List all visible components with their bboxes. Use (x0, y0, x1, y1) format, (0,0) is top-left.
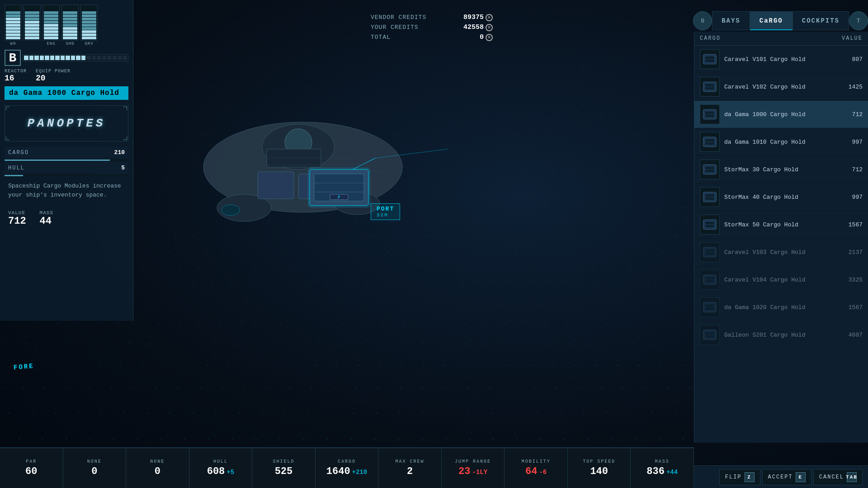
item-row[interactable]: da Gama 1000 Cargo Hold712 (694, 101, 868, 128)
cancel-key: TAB (847, 472, 857, 482)
vendor-credits-label: VENDOR CREDITS (371, 14, 426, 21)
tab-zero-btn[interactable]: 0 (693, 11, 712, 30)
flip-button[interactable]: FLIP Z (719, 469, 760, 485)
stat-delta-3: +5 (226, 469, 234, 476)
hull-stat-value: 5 (121, 164, 125, 171)
item-name-6: StorMax 50 Cargo Hold (724, 221, 840, 228)
bottom-stats-bar: PAR60NONE0NONE0HULL608+5SHIELD525CARGO16… (0, 447, 694, 488)
power-bar-track (23, 54, 128, 61)
power-bar-container: B (5, 50, 128, 66)
item-row[interactable]: da Gama 1010 Cargo Hold997 (694, 128, 868, 156)
cargo-stat-row: CARGO 210 (5, 147, 128, 158)
bar-eng-visual (42, 5, 60, 41)
stat-value-10: 836 (646, 466, 665, 477)
item-row[interactable]: StorMax 40 Cargo Hold997 (694, 183, 868, 211)
item-value-1: 1425 (840, 84, 863, 90)
item-name-1: Caravel V102 Cargo Hold (724, 84, 840, 90)
stat-bar-2 (24, 5, 41, 46)
power-grade: B (5, 50, 21, 66)
stat-label-1: NONE (87, 459, 102, 464)
stat-bar-eng: ENG (42, 5, 60, 46)
cargo-stat-label: CARGO (8, 150, 29, 156)
stat-delta-8: -6 (539, 469, 547, 476)
stat-value-4: 525 (275, 466, 293, 477)
bar-label-eng: ENG (47, 42, 55, 46)
ship-name: PANOPTES (28, 117, 106, 130)
item-value-3: 997 (840, 139, 863, 145)
item-icon-4 (700, 160, 720, 179)
svg-rect-5 (258, 172, 294, 199)
item-name-5: StorMax 40 Cargo Hold (724, 194, 840, 201)
tabs-row: 0 BAYS CaRGO COCKPITS T (693, 11, 868, 30)
stat-value-8: 64 (525, 466, 537, 477)
item-row[interactable]: Caravel V103 Cargo Hold2137 (694, 239, 868, 266)
item-list-panel[interactable]: CARGO VALUE Caravel V101 Cargo Hold807 C… (694, 32, 868, 443)
item-row[interactable]: Galleon S201 Cargo Hold4607 (694, 321, 868, 349)
stat-value-1: 0 (91, 466, 97, 477)
item-row[interactable]: da Gama 1020 Cargo Hold1567 (694, 294, 868, 321)
item-value-7: 2137 (840, 249, 863, 256)
tab-cockpits[interactable]: COCKPITS (793, 11, 849, 30)
bar-grv-visual (80, 5, 98, 41)
tab-cargo[interactable]: CaRGO (750, 11, 793, 30)
bottom-stat-max-crew: MAX CREW2 (378, 448, 442, 488)
bottom-stat-jump-range: JUMP RANGE23-1LY (442, 448, 505, 488)
stat-label-2: NONE (150, 459, 165, 464)
credit-icon-your: ⊙ (486, 24, 493, 31)
stat-value-0: 60 (25, 466, 37, 477)
your-credits-value: 42558 ⊙ (463, 23, 493, 31)
accept-button[interactable]: ACCEPT E (762, 469, 811, 485)
cargo-bar-inline (5, 160, 128, 161)
bottom-stat-top-speed: TOP SPEED140 (568, 448, 631, 488)
item-name-9: da Gama 1020 Cargo Hold (724, 304, 840, 311)
stat-label-10: MASS (655, 459, 670, 464)
selected-item-banner: da Gama 1000 Cargo Hold (5, 86, 128, 100)
bottom-stat-par: PAR60 (0, 448, 63, 488)
stat-value-5: 1640 (326, 466, 350, 477)
floating-cargo-module: P (307, 167, 371, 208)
tab-t-btn[interactable]: T (849, 11, 868, 30)
item-row[interactable]: Caravel V102 Cargo Hold1425 (694, 73, 868, 101)
item-description: Spaceship Cargo Modules increase your sh… (5, 176, 128, 205)
stat-delta-7: -1LY (472, 469, 488, 476)
stat-bar-shd: SHD (61, 5, 79, 46)
value-item: VALUE 712 (8, 210, 26, 227)
bar-shd-visual (61, 5, 79, 41)
item-name-3: da Gama 1010 Cargo Hold (724, 139, 840, 145)
credits-panel: VENDOR CREDITS 89375 ⊙ YOUR CREDITS 4255… (371, 14, 479, 41)
item-row[interactable]: Caravel V101 Cargo Hold807 (694, 46, 868, 73)
bar-label-shd: SHD (66, 42, 74, 46)
item-icon-8 (700, 270, 720, 290)
item-icon-1 (700, 77, 720, 97)
bottom-stat-mobility: MOBILITY64-6 (505, 448, 568, 488)
accept-key: E (796, 472, 806, 482)
item-value-8: 3325 (840, 277, 863, 283)
stat-bars-row: W0 (5, 5, 128, 46)
item-value-0: 807 (840, 56, 863, 63)
bottom-stat-hull: HULL608+5 (189, 448, 253, 488)
item-row[interactable]: StorMax 30 Cargo Hold712 (694, 156, 868, 183)
reactor-info: REACTOR 16 EQUIP POWER 20 (5, 69, 128, 83)
bar-w0-visual (5, 5, 22, 41)
col-value-header: VALUE (842, 35, 863, 42)
stat-value-2: 0 (155, 466, 160, 477)
stat-label-7: JUMP RANGE (455, 459, 491, 464)
stat-label-3: HULL (213, 459, 228, 464)
your-credits-label: YOUR CREDITS (371, 24, 419, 31)
item-name-10: Galleon S201 Cargo Hold (724, 332, 840, 338)
item-icon-9 (700, 297, 720, 317)
tab-bays[interactable]: BAYS (712, 11, 750, 30)
item-name-2: da Gama 1000 Cargo Hold (724, 111, 840, 118)
item-icon-6 (700, 215, 720, 235)
item-row[interactable]: StorMax 50 Cargo Hold1567 (694, 211, 868, 239)
item-icon-2 (700, 104, 720, 124)
accept-label: ACCEPT (768, 474, 793, 480)
item-row[interactable]: Caravel V104 Cargo Hold3325 (694, 266, 868, 294)
stat-delta-10: +44 (666, 469, 678, 476)
ship-logo: PANOPTES (5, 105, 128, 141)
bottom-stat-none: NONE0 (63, 448, 127, 488)
bar-2-visual (24, 5, 41, 41)
flip-label: FLIP (725, 474, 742, 480)
mass-item: MASS 44 (40, 210, 53, 227)
cancel-button[interactable]: CANCEL TAB (813, 469, 863, 485)
